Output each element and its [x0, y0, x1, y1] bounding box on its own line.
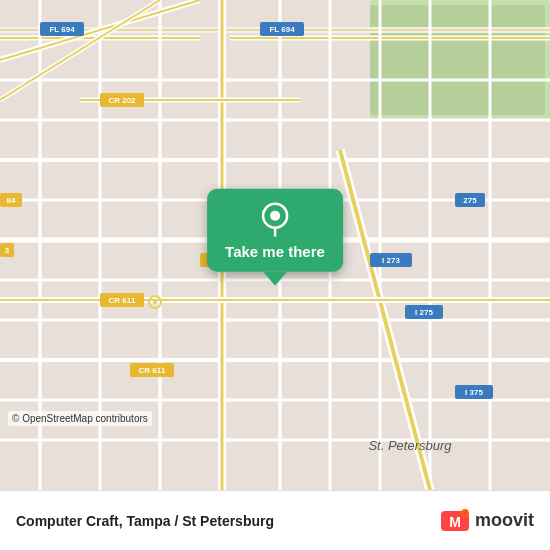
svg-text:CR 202: CR 202 [108, 96, 136, 105]
moovit-icon: M [439, 505, 471, 537]
svg-text:I 375: I 375 [465, 388, 483, 397]
svg-text:M: M [449, 514, 461, 530]
svg-text:84: 84 [7, 196, 16, 205]
svg-point-66 [153, 300, 157, 304]
svg-point-68 [270, 211, 280, 221]
svg-text:CR 611: CR 611 [138, 366, 166, 375]
bottom-bar: Computer Craft, Tampa / St Petersburg M … [0, 490, 550, 550]
place-info: Computer Craft, Tampa / St Petersburg [16, 513, 274, 529]
svg-rect-2 [370, 5, 545, 115]
callout-box[interactable]: Take me there [207, 189, 343, 272]
svg-text:I 275: I 275 [415, 308, 433, 317]
svg-text:275: 275 [463, 196, 477, 205]
callout-popup[interactable]: Take me there [207, 189, 343, 286]
moovit-text: moovit [475, 510, 534, 531]
map-container: FL 694 FL 694 CR 202 84 CR 611 US 19 275… [0, 0, 550, 490]
location-pin-icon [257, 201, 293, 237]
svg-text:FL 694: FL 694 [49, 25, 75, 34]
place-name: Computer Craft, Tampa / St Petersburg [16, 513, 274, 529]
take-me-there-button[interactable]: Take me there [225, 243, 325, 260]
svg-point-73 [463, 511, 467, 515]
svg-text:I 273: I 273 [382, 256, 400, 265]
callout-arrow [263, 272, 287, 286]
svg-text:FL 694: FL 694 [269, 25, 295, 34]
svg-text:CR 611: CR 611 [108, 296, 136, 305]
svg-text:St. Petersburg: St. Petersburg [368, 438, 452, 453]
copyright-text: © OpenStreetMap contributors [8, 411, 152, 426]
moovit-logo[interactable]: M moovit [439, 505, 534, 537]
svg-text:3: 3 [5, 246, 10, 255]
